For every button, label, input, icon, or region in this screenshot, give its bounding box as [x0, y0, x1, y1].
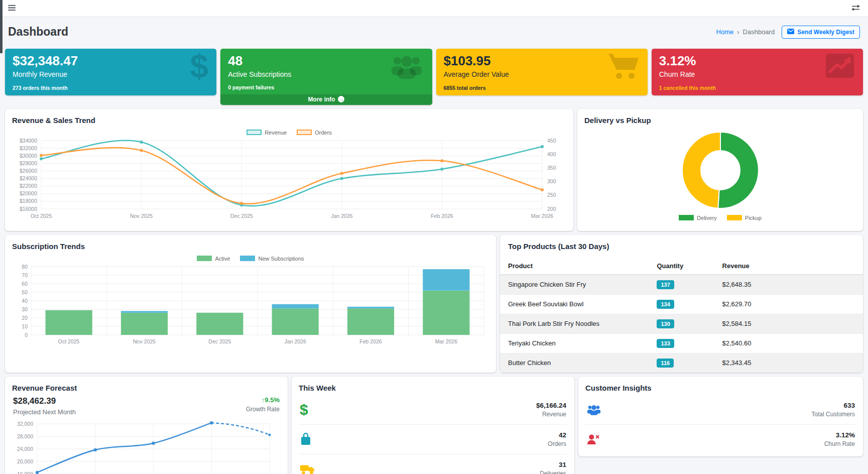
svg-text:16,000: 16,000: [17, 470, 33, 474]
svg-text:30: 30: [22, 306, 28, 312]
legend-item[interactable]: Orders: [297, 130, 332, 136]
svg-text:Oct 2025: Oct 2025: [31, 213, 52, 219]
exchange-arrows-icon: [851, 5, 860, 13]
stat-value: $6,166.24: [536, 402, 566, 409]
product-name: Butter Chicken: [500, 353, 649, 373]
envelope-icon: [787, 29, 794, 36]
column-header-product: Product: [500, 258, 649, 275]
table-header-row: Product Quantity Revenue: [500, 258, 863, 275]
dollar-sign-icon: $: [300, 402, 317, 417]
truck-icon: [300, 463, 317, 474]
info-box-subtext: 1 cancelled this month: [659, 79, 855, 91]
card-title: Top Products (Last 30 Days): [500, 235, 863, 255]
info-box-monthly-revenue: $32,348.47 Monthly Revenue 273 orders th…: [5, 49, 216, 95]
card-title: Delivery vs Pickup: [584, 116, 856, 125]
stat-label: Revenue: [536, 411, 566, 418]
column-header-quantity: Quantity: [649, 258, 714, 275]
svg-text:200: 200: [547, 205, 556, 211]
svg-text:Feb 2026: Feb 2026: [431, 213, 453, 219]
quantity-badge: 134: [657, 300, 674, 309]
arrow-circle-right-icon: →: [338, 96, 344, 102]
customer-insights-card: Customer Insights 633 Total Customers 3.…: [578, 377, 863, 456]
legend-label: New Subscriptions: [258, 256, 304, 262]
svg-text:300: 300: [547, 178, 556, 184]
chart-legend: DeliveryPickup: [679, 215, 762, 221]
content-header: Dashboard Home › Dashboard Send Weekly D…: [5, 21, 863, 45]
breadcrumb: Home › Dashboard: [716, 28, 775, 36]
column-header-revenue: Revenue: [714, 258, 863, 275]
product-name: Teriyaki Chicken: [500, 333, 649, 353]
growth-label: Growth Rate: [246, 406, 280, 413]
stat-row-orders: 42 Orders: [299, 425, 567, 454]
delivery-vs-pickup-card: Delivery vs Pickup DeliveryPickup: [577, 109, 863, 231]
svg-text:Nov 2025: Nov 2025: [133, 338, 156, 344]
legend-item[interactable]: Delivery: [679, 215, 717, 221]
info-box-average-order-value: $103.95 Average Order Value 6855 total o…: [436, 49, 648, 95]
quantity-badge: 116: [657, 359, 674, 368]
breadcrumb-separator: ›: [737, 28, 739, 36]
card-title: Revenue & Sales Trend: [12, 116, 566, 125]
subscription-trends-card: Subscription Trends ActiveNew Subscripti…: [5, 235, 496, 373]
svg-text:Dec 2025: Dec 2025: [230, 213, 253, 219]
legend-item[interactable]: Revenue: [246, 130, 287, 136]
svg-text:20,000: 20,000: [17, 458, 33, 464]
page-title: Dashboard: [8, 25, 68, 39]
legend-item[interactable]: Active: [197, 256, 230, 262]
table-row: Teriyaki Chicken 133 $2,540.60: [500, 333, 863, 353]
legend-item[interactable]: Pickup: [727, 215, 762, 221]
more-info-link[interactable]: More info →: [220, 94, 432, 105]
breadcrumb-home-link[interactable]: Home: [716, 28, 734, 36]
stat-row-churn-rate: 3.12% Churn Rate: [585, 425, 856, 450]
svg-text:40: 40: [22, 297, 28, 303]
legend-swatch: [197, 256, 212, 261]
svg-text:$28000: $28000: [20, 160, 37, 166]
svg-text:$34000: $34000: [20, 137, 37, 143]
stat-label: Orders: [548, 440, 566, 447]
svg-text:32,000: 32,000: [17, 420, 33, 426]
svg-text:350: 350: [547, 165, 556, 171]
sidebar-toggle-button[interactable]: [8, 5, 16, 13]
svg-text:Jan 2026: Jan 2026: [331, 213, 352, 219]
svg-text:24,000: 24,000: [17, 445, 33, 451]
stat-label: Total Customers: [811, 411, 855, 418]
svg-text:10: 10: [22, 323, 28, 329]
projected-value: $28,462.39: [13, 396, 76, 406]
card-title: Customer Insights: [585, 384, 856, 392]
send-weekly-digest-button[interactable]: Send Weekly Digest: [782, 26, 860, 39]
svg-text:250: 250: [547, 192, 556, 198]
legend-item[interactable]: New Subscriptions: [240, 256, 304, 262]
growth-value: 9.5%: [265, 396, 280, 404]
stat-label: Deliveries: [540, 470, 566, 474]
legend-swatch: [297, 130, 312, 135]
svg-text:Feb 2026: Feb 2026: [359, 338, 382, 344]
legend-swatch: [679, 215, 694, 220]
svg-text:Mar 2026: Mar 2026: [435, 338, 458, 344]
legend-swatch: [727, 215, 742, 220]
legend-label: Orders: [315, 130, 332, 136]
exchange-arrows-button[interactable]: [851, 5, 860, 13]
svg-text:20: 20: [22, 314, 28, 320]
product-name: Singapore Chicken Stir Fry: [500, 275, 649, 295]
svg-text:$26000: $26000: [20, 168, 37, 174]
stat-value: 3.12%: [824, 431, 855, 439]
svg-text:Oct 2025: Oct 2025: [58, 338, 80, 344]
revenue-forecast-card: Revenue Forecast $28,462.39 Projected Ne…: [5, 377, 288, 474]
quantity-badge: 133: [657, 339, 674, 348]
projected-label: Projected Next Month: [13, 408, 76, 416]
chart-legend: ActiveNew Subscriptions: [12, 256, 489, 262]
legend-label: Delivery: [697, 215, 717, 221]
quantity-badge: 130: [657, 319, 674, 328]
collapsed-sidebar-edge: [0, 0, 3, 53]
svg-text:70: 70: [22, 272, 28, 278]
card-title: This Week: [299, 384, 567, 392]
svg-text:$18000: $18000: [20, 198, 37, 204]
top-products-table: Product Quantity Revenue Singapore Chick…: [500, 258, 863, 373]
revenue-sales-trend-chart: RevenueOrders$16000$18000$20000$22000$24…: [12, 130, 566, 225]
svg-text:80: 80: [22, 263, 28, 269]
more-info-label: More info: [308, 96, 335, 103]
svg-text:$20000: $20000: [20, 190, 37, 196]
stat-value: 633: [811, 402, 855, 409]
shopping-cart-icon: [607, 53, 640, 82]
main-content: Dashboard Home › Dashboard Send Weekly D…: [0, 17, 868, 474]
product-name: Thai Pork Larb Stir Fry Noodles: [500, 314, 649, 333]
